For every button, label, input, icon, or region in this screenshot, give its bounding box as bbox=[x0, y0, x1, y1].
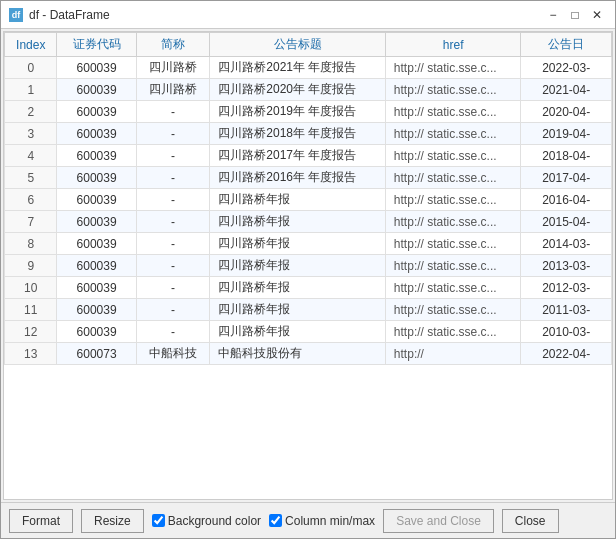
table-cell: - bbox=[136, 211, 210, 233]
table-cell: 5 bbox=[5, 167, 57, 189]
table-cell: http:// static.sse.c... bbox=[385, 57, 521, 79]
table-cell: 2022-03- bbox=[521, 57, 612, 79]
window-title: df - DataFrame bbox=[29, 8, 110, 22]
save-close-button[interactable]: Save and Close bbox=[383, 509, 494, 533]
header-row: Index 证券代码 简称 公告标题 href 公告日 bbox=[5, 33, 612, 57]
table-cell: http:// static.sse.c... bbox=[385, 277, 521, 299]
table-row[interactable]: 2600039-四川路桥2019年 年度报告http:// static.sse… bbox=[5, 101, 612, 123]
table-cell: 600039 bbox=[57, 123, 136, 145]
table-header: Index 证券代码 简称 公告标题 href 公告日 bbox=[5, 33, 612, 57]
table-cell: 四川路桥2019年 年度报告 bbox=[210, 101, 386, 123]
table-cell: 600039 bbox=[57, 101, 136, 123]
table-row[interactable]: 6600039-四川路桥年报http:// static.sse.c...201… bbox=[5, 189, 612, 211]
table-cell: 2015-04- bbox=[521, 211, 612, 233]
table-cell: http:// static.sse.c... bbox=[385, 123, 521, 145]
data-table: Index 证券代码 简称 公告标题 href 公告日 0600039四川路桥四… bbox=[4, 32, 612, 365]
table-row[interactable]: 1600039四川路桥四川路桥2020年 年度报告http:// static.… bbox=[5, 79, 612, 101]
table-cell: 6 bbox=[5, 189, 57, 211]
table-cell: 600039 bbox=[57, 211, 136, 233]
table-cell: 3 bbox=[5, 123, 57, 145]
table-cell: 11 bbox=[5, 299, 57, 321]
table-cell: 2017-04- bbox=[521, 167, 612, 189]
table-cell: 2012-03- bbox=[521, 277, 612, 299]
maximize-button[interactable]: □ bbox=[565, 6, 585, 24]
table-cell: 四川路桥年报 bbox=[210, 233, 386, 255]
table-body: 0600039四川路桥四川路桥2021年 年度报告http:// static.… bbox=[5, 57, 612, 365]
table-cell: 2010-03- bbox=[521, 321, 612, 343]
table-cell: http:// static.sse.c... bbox=[385, 189, 521, 211]
table-cell: - bbox=[136, 299, 210, 321]
table-cell: 四川路桥2021年 年度报告 bbox=[210, 57, 386, 79]
table-row[interactable]: 3600039-四川路桥2018年 年度报告http:// static.sse… bbox=[5, 123, 612, 145]
table-cell: - bbox=[136, 101, 210, 123]
table-cell: http:// static.sse.c... bbox=[385, 79, 521, 101]
title-controls: − □ ✕ bbox=[543, 6, 607, 24]
table-cell: http:// bbox=[385, 343, 521, 365]
table-cell: 2016-04- bbox=[521, 189, 612, 211]
col-minmax-checkbox-label[interactable]: Column min/max bbox=[269, 514, 375, 528]
table-cell: - bbox=[136, 255, 210, 277]
format-button[interactable]: Format bbox=[9, 509, 73, 533]
main-window: df df - DataFrame − □ ✕ Index 证券代码 简称 公告… bbox=[0, 0, 616, 539]
table-cell: 2013-03- bbox=[521, 255, 612, 277]
bg-color-label: Background color bbox=[168, 514, 261, 528]
table-cell: http:// static.sse.c... bbox=[385, 211, 521, 233]
col-date: 公告日 bbox=[521, 33, 612, 57]
table-wrapper[interactable]: Index 证券代码 简称 公告标题 href 公告日 0600039四川路桥四… bbox=[4, 32, 612, 499]
table-cell: 8 bbox=[5, 233, 57, 255]
table-row[interactable]: 12600039-四川路桥年报http:// static.sse.c...20… bbox=[5, 321, 612, 343]
table-cell: 四川路桥2016年 年度报告 bbox=[210, 167, 386, 189]
table-row[interactable]: 4600039-四川路桥2017年 年度报告http:// static.sse… bbox=[5, 145, 612, 167]
table-cell: 2021-04- bbox=[521, 79, 612, 101]
table-row[interactable]: 8600039-四川路桥年报http:// static.sse.c...201… bbox=[5, 233, 612, 255]
table-cell: 600039 bbox=[57, 233, 136, 255]
table-cell: 600039 bbox=[57, 321, 136, 343]
bg-color-checkbox-label[interactable]: Background color bbox=[152, 514, 261, 528]
col-abbr: 简称 bbox=[136, 33, 210, 57]
table-cell: 600039 bbox=[57, 277, 136, 299]
table-cell: 四川路桥2017年 年度报告 bbox=[210, 145, 386, 167]
table-cell: http:// static.sse.c... bbox=[385, 321, 521, 343]
table-row[interactable]: 11600039-四川路桥年报http:// static.sse.c...20… bbox=[5, 299, 612, 321]
table-cell: http:// static.sse.c... bbox=[385, 233, 521, 255]
col-href: href bbox=[385, 33, 521, 57]
minimize-button[interactable]: − bbox=[543, 6, 563, 24]
table-row[interactable]: 7600039-四川路桥年报http:// static.sse.c...201… bbox=[5, 211, 612, 233]
window-icon: df bbox=[9, 8, 23, 22]
table-cell: 10 bbox=[5, 277, 57, 299]
col-minmax-checkbox[interactable] bbox=[269, 514, 282, 527]
bg-color-checkbox[interactable] bbox=[152, 514, 165, 527]
col-index: Index bbox=[5, 33, 57, 57]
col-minmax-label: Column min/max bbox=[285, 514, 375, 528]
table-row[interactable]: 13600073中船科技中船科技股份有http://2022-04- bbox=[5, 343, 612, 365]
resize-button[interactable]: Resize bbox=[81, 509, 144, 533]
table-cell: 600039 bbox=[57, 189, 136, 211]
close-button[interactable]: Close bbox=[502, 509, 559, 533]
table-cell: http:// static.sse.c... bbox=[385, 167, 521, 189]
title-bar: df df - DataFrame − □ ✕ bbox=[1, 1, 615, 29]
table-cell: 四川路桥年报 bbox=[210, 255, 386, 277]
table-cell: - bbox=[136, 189, 210, 211]
table-cell: - bbox=[136, 321, 210, 343]
table-cell: 600073 bbox=[57, 343, 136, 365]
table-row[interactable]: 10600039-四川路桥年报http:// static.sse.c...20… bbox=[5, 277, 612, 299]
col-title: 公告标题 bbox=[210, 33, 386, 57]
table-row[interactable]: 5600039-四川路桥2016年 年度报告http:// static.sse… bbox=[5, 167, 612, 189]
table-row[interactable]: 9600039-四川路桥年报http:// static.sse.c...201… bbox=[5, 255, 612, 277]
table-cell: 2019-04- bbox=[521, 123, 612, 145]
table-cell: 2 bbox=[5, 101, 57, 123]
table-row[interactable]: 0600039四川路桥四川路桥2021年 年度报告http:// static.… bbox=[5, 57, 612, 79]
table-cell: 四川路桥年报 bbox=[210, 321, 386, 343]
table-cell: - bbox=[136, 277, 210, 299]
table-cell: 2020-04- bbox=[521, 101, 612, 123]
table-cell: - bbox=[136, 167, 210, 189]
table-cell: 600039 bbox=[57, 299, 136, 321]
table-cell: - bbox=[136, 123, 210, 145]
table-cell: 四川路桥年报 bbox=[210, 211, 386, 233]
table-cell: 四川路桥2018年 年度报告 bbox=[210, 123, 386, 145]
table-cell: 600039 bbox=[57, 57, 136, 79]
table-cell: 600039 bbox=[57, 167, 136, 189]
close-window-button[interactable]: ✕ bbox=[587, 6, 607, 24]
table-cell: 4 bbox=[5, 145, 57, 167]
table-cell: 600039 bbox=[57, 255, 136, 277]
